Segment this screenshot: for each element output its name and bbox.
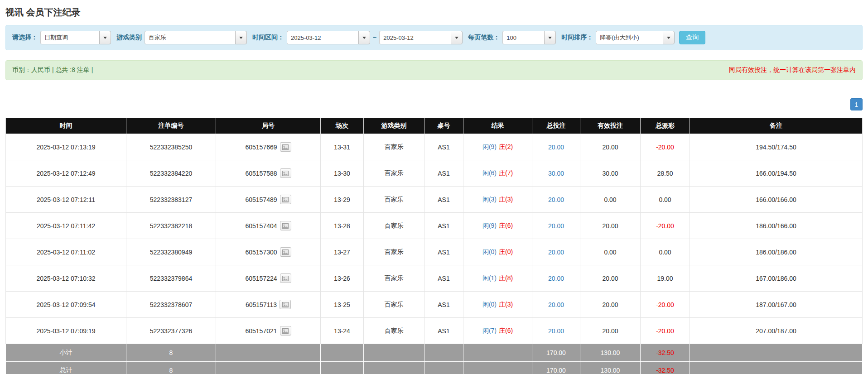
cell-total-bet: 20.00 (532, 239, 580, 265)
column-header: 总派彩 (641, 118, 690, 134)
cell-table-no: AS1 (424, 239, 463, 265)
cell-total-bet: 30.00 (532, 160, 580, 187)
cell-bet-id: 522332385250 (126, 134, 216, 160)
column-header: 桌号 (424, 118, 463, 134)
time-sort-input[interactable] (596, 31, 663, 44)
table-row: 2025-03-12 07:11:02 522332380949 6051573… (6, 239, 863, 265)
currency-total-text: 币别：人民币 | 总共 :8 注单 | (12, 66, 93, 74)
summary-payout: -32.50 (641, 344, 690, 362)
time-sort-dropdown-button[interactable] (663, 31, 675, 44)
round-number: 605157300 (245, 249, 277, 256)
result-player: 闲(1) (482, 274, 497, 282)
cell-result: 闲(0)庄(3) (463, 292, 532, 318)
cell-table-no: AS1 (424, 318, 463, 344)
cell-total-bet: 20.00 (532, 292, 580, 318)
total-bet-link[interactable]: 20.00 (548, 327, 564, 335)
round-number: 605157113 (246, 301, 277, 308)
total-bet-link[interactable]: 20.00 (548, 144, 564, 151)
game-type-dropdown-button[interactable] (235, 31, 247, 44)
total-bet-link[interactable]: 20.00 (548, 222, 564, 230)
cell-payout: 0.00 (641, 239, 690, 265)
round-number: 605157021 (245, 327, 277, 335)
cell-round: 605157021 (216, 318, 321, 344)
date-from-combobox (287, 31, 370, 44)
cell-result: 闲(6)庄(7) (463, 160, 532, 187)
per-page-combobox (502, 31, 556, 44)
cell-bet-id: 522332384220 (126, 160, 216, 187)
cell-session: 13-29 (321, 187, 364, 213)
summary-empty-cell (364, 344, 424, 362)
cell-round: 605157404 (216, 213, 321, 239)
per-page-dropdown-button[interactable] (544, 31, 556, 44)
summary-row: 小计 8 170.00 130.00 -32.50 (6, 344, 863, 362)
round-media-icon[interactable] (280, 221, 291, 230)
cell-valid-bet: 20.00 (580, 318, 641, 344)
column-header: 游戏类别 (364, 118, 424, 134)
total-bet-link[interactable]: 20.00 (548, 249, 564, 256)
round-number: 605157404 (245, 222, 277, 230)
page: 视讯 会员下注纪录 请选择： 游戏类别 时间区间： ~ 每页笔数： 时间排序： (0, 0, 868, 374)
round-media-icon[interactable] (280, 273, 291, 283)
cell-valid-bet: 20.00 (580, 292, 641, 318)
result-player: 闲(3) (482, 196, 497, 203)
cell-time: 2025-03-12 07:09:19 (6, 318, 126, 344)
notice-text: 同局有效投注，统一计算在该局第一张注单内 (729, 66, 856, 74)
cell-game-type: 百家乐 (364, 213, 424, 239)
cell-remark: 186.00/166.00 (690, 213, 863, 239)
select-type-dropdown-button[interactable] (99, 31, 111, 44)
date-to-input[interactable] (379, 31, 451, 44)
summary-empty-cell (321, 344, 364, 362)
summary-label: 小计 (6, 344, 126, 362)
total-bet-link[interactable]: 30.00 (548, 170, 564, 177)
round-media-icon[interactable] (280, 326, 291, 336)
cell-session: 13-24 (321, 318, 364, 344)
cell-valid-bet: 20.00 (580, 134, 641, 160)
cell-valid-bet: 0.00 (580, 187, 641, 213)
round-number: 605157669 (245, 144, 277, 151)
summary-label: 总计 (6, 362, 126, 374)
column-header: 结果 (463, 118, 532, 134)
column-header: 局号 (216, 118, 321, 134)
table-body: 2025-03-12 07:13:19 522332385250 6051576… (6, 134, 863, 374)
cell-game-type: 百家乐 (364, 239, 424, 265)
cell-remark: 194.50/174.50 (690, 134, 863, 160)
result-banker: 庄(0) (499, 248, 513, 255)
summary-count: 8 (126, 344, 216, 362)
table-row: 2025-03-12 07:12:11 522332383127 6051574… (6, 187, 863, 213)
round-media-icon[interactable] (280, 300, 291, 309)
result-banker: 庄(6) (499, 222, 513, 229)
total-bet-link[interactable]: 20.00 (548, 196, 564, 203)
cell-round: 605157489 (216, 187, 321, 213)
game-type-input[interactable] (145, 31, 235, 44)
result-banker: 庄(2) (499, 143, 513, 150)
per-page-input[interactable] (502, 31, 544, 44)
cell-round: 605157669 (216, 134, 321, 160)
cell-round: 605157224 (216, 265, 321, 292)
date-to-dropdown-button[interactable] (451, 31, 463, 44)
table-row: 2025-03-12 07:09:54 522332378607 6051571… (6, 292, 863, 318)
caret-down-icon (103, 37, 107, 39)
date-from-input[interactable] (287, 31, 358, 44)
cell-session: 13-30 (321, 160, 364, 187)
total-bet-link[interactable]: 20.00 (548, 275, 564, 282)
total-bet-link[interactable]: 20.00 (548, 301, 564, 308)
round-media-icon[interactable] (280, 195, 291, 204)
column-header: 备注 (690, 118, 863, 134)
cell-valid-bet: 20.00 (580, 265, 641, 292)
summary-empty-cell (690, 362, 863, 374)
round-media-icon[interactable] (280, 247, 291, 257)
round-media-icon[interactable] (280, 168, 291, 178)
round-media-icon[interactable] (280, 142, 291, 152)
select-type-input[interactable] (40, 31, 99, 44)
cell-payout: -20.00 (641, 292, 690, 318)
cell-table-no: AS1 (424, 265, 463, 292)
date-from-dropdown-button[interactable] (358, 31, 370, 44)
page-1-button[interactable]: 1 (850, 98, 863, 110)
summary-empty-cell (216, 362, 321, 374)
cell-payout: -20.00 (641, 134, 690, 160)
result-player: 闲(6) (482, 169, 497, 177)
caret-down-icon (455, 37, 458, 39)
cell-payout: -20.00 (641, 213, 690, 239)
cell-game-type: 百家乐 (364, 160, 424, 187)
query-button[interactable]: 查询 (679, 31, 705, 44)
